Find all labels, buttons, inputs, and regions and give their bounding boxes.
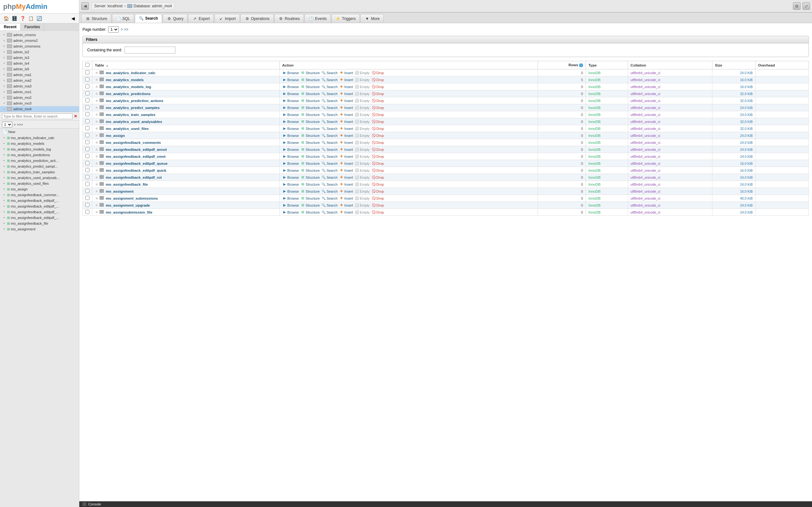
drop-link[interactable]: Drop [371, 99, 384, 103]
table-name-link[interactable]: mo_analytics_train_samples [106, 113, 155, 117]
sidebar-table-mo_assignfeedback_editpdf2[interactable]: + ⊞ mo_assignfeedback_editpdf_... [0, 204, 79, 209]
search-link[interactable]: Search [321, 203, 338, 208]
drop-link[interactable]: Drop [371, 182, 384, 187]
drop-link[interactable]: Drop [371, 92, 384, 96]
empty-link[interactable]: Empty [355, 203, 369, 208]
sidebar-table-mo_analytics_models[interactable]: + ⊞ mo_analytics_models [0, 141, 79, 147]
insert-link[interactable]: Insert [339, 78, 353, 82]
drop-link[interactable]: Drop [371, 210, 384, 215]
row-checkbox[interactable] [85, 105, 90, 109]
sidebar-table-mo_analytics_predict_samples[interactable]: + ⊞ mo_analytics_predict_sampl... [0, 164, 79, 169]
search-link[interactable]: Search [321, 196, 338, 201]
drop-link[interactable]: Drop [371, 203, 384, 208]
structure-link[interactable]: Structure [301, 71, 320, 75]
empty-link[interactable]: Empty [355, 140, 369, 145]
structure-link[interactable]: Structure [301, 189, 320, 193]
browse-link[interactable]: Browse [282, 126, 299, 131]
empty-link[interactable]: Empty [355, 182, 369, 187]
favorite-star-icon[interactable]: ★ [95, 210, 99, 215]
favorite-star-icon[interactable]: ★ [95, 119, 99, 124]
structure-link[interactable]: Structure [301, 92, 320, 96]
insert-link[interactable]: Insert [339, 71, 353, 75]
back-button[interactable]: ◀ [81, 2, 89, 10]
search-link[interactable]: Search [321, 175, 338, 180]
tab-more[interactable]: ▼ More [360, 14, 384, 23]
sidebar-item-admin_mo3[interactable]: + admin_mo3 [0, 101, 79, 106]
structure-link[interactable]: Structure [301, 210, 320, 215]
browse-link[interactable]: Browse [282, 119, 299, 124]
row-checkbox[interactable] [85, 182, 90, 186]
favorite-star-icon[interactable]: ★ [95, 189, 99, 193]
database-icon[interactable]: 🗄️ [11, 15, 18, 22]
favorite-star-icon[interactable]: ★ [95, 70, 99, 75]
table-name-link[interactable]: mo_assignfeedback_editpdf_quick [106, 169, 166, 172]
row-checkbox[interactable] [85, 154, 90, 158]
table-name-link[interactable]: mo_assignfeedback_editpdf_queue [106, 162, 167, 165]
row-checkbox[interactable] [85, 119, 90, 123]
favorite-star-icon[interactable]: ★ [95, 77, 99, 82]
new-table-item[interactable]: 📄 New [0, 129, 79, 135]
browse-link[interactable]: Browse [282, 175, 299, 180]
row-checkbox[interactable] [85, 84, 90, 89]
table-col-header[interactable]: Table ▲ [92, 61, 280, 69]
tab-structure[interactable]: ⊞ Structure [81, 14, 111, 23]
row-checkbox[interactable] [85, 98, 90, 102]
search-link[interactable]: Search [321, 106, 338, 110]
drop-link[interactable]: Drop [371, 189, 384, 193]
page-select[interactable]: 1 [2, 122, 12, 127]
insert-link[interactable]: Insert [339, 168, 353, 173]
empty-link[interactable]: Empty [355, 154, 369, 159]
structure-link[interactable]: Structure [301, 106, 320, 110]
filter-input[interactable] [2, 113, 72, 119]
settings-icon2[interactable]: 📋 [27, 15, 34, 22]
browse-link[interactable]: Browse [282, 133, 299, 138]
sidebar-table-mo_assignment[interactable]: + ⊞ mo_assignment [0, 226, 79, 232]
select-all-checkbox[interactable] [85, 63, 90, 67]
sidebar-table-mo_analytics_prediction_actions[interactable]: + ⊞ mo_analytics_prediction_acti... [0, 158, 79, 164]
drop-link[interactable]: Drop [371, 168, 384, 173]
favorite-star-icon[interactable]: ★ [95, 126, 99, 131]
empty-link[interactable]: Empty [355, 106, 369, 110]
favorite-star-icon[interactable]: ★ [95, 154, 99, 159]
sidebar-table-mo_assignfeedback_file[interactable]: + ⊞ mo_assignfeedback_file [0, 221, 79, 226]
next-page-link[interactable]: > >> [120, 27, 128, 32]
tab-triggers[interactable]: ⚡ Triggers [332, 14, 360, 23]
sidebar-item-admin_ls3[interactable]: + admin_ls3 [0, 55, 79, 60]
search-link[interactable]: Search [321, 182, 338, 187]
empty-link[interactable]: Empty [355, 161, 369, 166]
favorite-star-icon[interactable]: ★ [95, 112, 99, 117]
tab-operations[interactable]: ⚙ Operations [241, 14, 274, 23]
row-checkbox[interactable] [85, 91, 90, 95]
next-btn[interactable]: > [14, 123, 15, 126]
table-name-link[interactable]: mo_analytics_predict_samples [106, 106, 159, 110]
search-link[interactable]: Search [321, 126, 338, 131]
browse-link[interactable]: Browse [282, 182, 299, 187]
tab-import[interactable]: ↙ Import [214, 14, 240, 23]
row-checkbox[interactable] [85, 210, 90, 214]
search-link[interactable]: Search [321, 71, 338, 75]
sidebar-table-mo_analytics_used_analysables[interactable]: + ⊞ mo_analytics_used_analysab... [0, 175, 79, 181]
empty-link[interactable]: Empty [355, 189, 369, 193]
row-checkbox[interactable] [85, 133, 90, 137]
favorite-star-icon[interactable]: ★ [95, 196, 99, 201]
insert-link[interactable]: Insert [339, 106, 353, 110]
row-checkbox[interactable] [85, 112, 90, 116]
last-btn[interactable]: >>> [17, 123, 23, 126]
insert-link[interactable]: Insert [339, 161, 353, 166]
sidebar-item-admin_ls5[interactable]: + admin_ls5 [0, 66, 79, 72]
structure-link[interactable]: Structure [301, 112, 320, 117]
sidebar-item-admin_mo2[interactable]: + admin_mo2 [0, 95, 79, 101]
drop-link[interactable]: Drop [371, 126, 384, 131]
sidebar-item-admin_ls2[interactable]: + admin_ls2 [0, 49, 79, 55]
search-link[interactable]: Search [321, 112, 338, 117]
browse-link[interactable]: Browse [282, 84, 299, 89]
table-name-link[interactable]: mo_assignment_submissions [106, 196, 158, 200]
structure-link[interactable]: Structure [301, 133, 320, 138]
reload-icon[interactable]: 🔄 [36, 15, 43, 22]
empty-link[interactable]: Empty [355, 112, 369, 117]
browse-link[interactable]: Browse [282, 78, 299, 82]
sidebar-item-admin_cmsms[interactable]: + admin_cmsms [0, 32, 79, 38]
search-link[interactable]: Search [321, 84, 338, 89]
table-name-link[interactable]: mo_analytics_predictions [106, 92, 150, 96]
nav-icon[interactable]: ◀ [69, 15, 77, 22]
